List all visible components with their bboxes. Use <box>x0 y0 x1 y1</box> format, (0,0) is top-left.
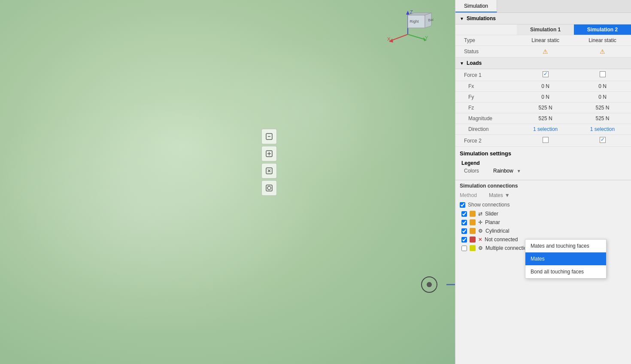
conn-slider-icon: ⇄ <box>478 211 482 217</box>
conn-cylindrical-checkbox[interactable] <box>461 228 467 234</box>
colors-label: Colors <box>464 168 490 174</box>
conn-notconnected-label: Not connected <box>485 237 518 243</box>
simulations-table: Simulation 1 Simulation 2 Type Linear st… <box>455 24 631 58</box>
type-sim2: Linear static <box>574 35 631 46</box>
direction-sim1[interactable]: 1 selection <box>517 124 574 135</box>
method-label: Method <box>460 192 485 198</box>
tab-simulation[interactable]: Simulation <box>455 0 497 12</box>
conn-cylindrical-color <box>470 228 476 234</box>
svg-text:Right: Right <box>410 19 419 24</box>
svg-rect-22 <box>266 185 272 191</box>
conn-planar-label: Planar <box>485 219 500 225</box>
magnitude-sim2: 525 N <box>574 113 631 124</box>
sim-settings-title: Simulation settings <box>460 150 511 157</box>
dropdown-option-bond-touching[interactable]: Bond all touching faces <box>525 265 606 278</box>
simulations-arrow: ▼ <box>460 16 464 21</box>
force2-sim1[interactable] <box>517 135 574 147</box>
status-label: Status <box>455 46 517 58</box>
type-sim1: Linear static <box>517 35 574 46</box>
force2-sim1-checkbox[interactable] <box>543 137 549 143</box>
direction-row: Direction 1 selection 1 selection <box>455 124 631 135</box>
fy-sim1: 0 N <box>517 92 574 103</box>
colors-row: Colors Rainbow ▼ <box>460 168 627 174</box>
force2-label: Force 2 <box>455 135 517 147</box>
show-connections-checkbox[interactable] <box>460 202 465 208</box>
force1-sim1[interactable] <box>517 69 574 81</box>
conn-slider-checkbox[interactable] <box>461 211 467 217</box>
conn-planar-icon: ✛ <box>478 219 482 225</box>
direction-sim2[interactable]: 1 selection <box>574 124 631 135</box>
magnitude-row: Magnitude 525 N 525 N <box>455 113 631 124</box>
colors-dropdown-arrow[interactable]: ▼ <box>517 169 521 173</box>
toolbar-btn-2[interactable] <box>261 146 277 161</box>
fz-sim2: 525 N <box>574 103 631 113</box>
dropdown-option-mates-touching[interactable]: Mates and touching faces <box>525 240 606 252</box>
fy-row: Fy 0 N 0 N <box>455 92 631 103</box>
fx-sim1: 0 N <box>517 81 574 92</box>
svg-text:X: X <box>387 36 391 42</box>
colors-value: Rainbow <box>493 168 513 174</box>
loads-section-header[interactable]: ▼ Loads <box>455 58 631 69</box>
method-row: Method Mates ▼ <box>455 191 631 200</box>
force2-row: Force 2 <box>455 135 631 147</box>
viewport-3d[interactable]: Z X Y Right Back <box>0 0 455 364</box>
conn-slider-label: Slider <box>485 211 498 217</box>
sim2-header: Simulation 2 <box>574 24 631 35</box>
fx-row: Fx 0 N 0 N <box>455 81 631 92</box>
loads-table: Force 1 Fx 0 N 0 N Fy 0 N 0 N <box>455 69 631 147</box>
force1-row: Force 1 <box>455 69 631 81</box>
show-connections-row: Show connections <box>455 200 631 209</box>
svg-point-25 <box>427 282 432 287</box>
method-dropdown-trigger[interactable]: Mates ▼ <box>489 192 510 198</box>
method-dropdown-arrow[interactable]: ▼ <box>505 192 510 198</box>
conn-notconnected-checkbox[interactable] <box>461 237 467 243</box>
conn-multiple-checkbox[interactable] <box>461 246 467 251</box>
magnitude-sim1: 525 N <box>517 113 574 124</box>
fy-sim2: 0 N <box>574 92 631 103</box>
toolbar-btn-4[interactable] <box>261 180 277 196</box>
sim-connections-title: Simulation connections <box>455 180 631 191</box>
simulations-section-header[interactable]: ▼ Simulations <box>455 13 631 24</box>
status-row: Status ⚠ ⚠ <box>455 46 631 58</box>
type-label: Type <box>455 35 517 46</box>
magnitude-label: Magnitude <box>455 113 517 124</box>
conn-planar-checkbox[interactable] <box>461 220 467 225</box>
conn-item-planar: ✛ Planar <box>455 218 631 227</box>
loads-arrow: ▼ <box>460 61 464 66</box>
force-indicator <box>378 272 455 297</box>
type-row: Type Linear static Linear static <box>455 35 631 46</box>
sim1-header: Simulation 1 <box>517 24 574 35</box>
show-connections-label: Show connections <box>468 202 510 208</box>
view-cube[interactable]: Right Back <box>403 11 434 39</box>
fz-row: Fz 525 N 525 N <box>455 103 631 113</box>
conn-slider-color <box>470 211 476 217</box>
force1-sim2-checkbox[interactable] <box>600 71 606 77</box>
svg-point-23 <box>267 186 271 190</box>
force1-label: Force 1 <box>455 69 517 81</box>
method-current-value: Mates <box>489 192 503 198</box>
warning-icon-sim1: ⚠ <box>543 48 548 55</box>
conn-cylindrical-label: Cylindrical <box>485 228 509 234</box>
fy-label: Fy <box>455 92 517 103</box>
direction-label: Direction <box>455 124 517 135</box>
conn-notconnected-color <box>470 237 476 243</box>
toolbar-btn-1[interactable] <box>261 129 277 144</box>
viewport-toolbar <box>261 129 277 196</box>
method-dropdown-popup[interactable]: Mates and touching faces Mates Bond all … <box>525 239 607 279</box>
toolbar-btn-3[interactable] <box>261 163 277 179</box>
conn-item-slider: ⇄ Slider <box>455 209 631 218</box>
force1-sim1-checkbox[interactable] <box>543 71 549 77</box>
force2-sim2-checkbox[interactable] <box>600 137 606 143</box>
panel-tabs: Simulation <box>455 0 631 13</box>
fz-sim1: 525 N <box>517 103 574 113</box>
force2-sim2[interactable] <box>574 135 631 147</box>
legend-label: Legend <box>460 160 627 166</box>
fx-sim2: 0 N <box>574 81 631 92</box>
conn-item-cylindrical: ⚙ Cylindrical <box>455 227 631 235</box>
conn-multiple-color <box>470 245 476 251</box>
dropdown-option-mates[interactable]: Mates <box>525 252 606 265</box>
conn-multiple-icon: ⚙ <box>478 245 483 251</box>
conn-cylindrical-icon: ⚙ <box>478 228 483 234</box>
force1-sim2[interactable] <box>574 69 631 81</box>
conn-planar-color <box>470 219 476 225</box>
